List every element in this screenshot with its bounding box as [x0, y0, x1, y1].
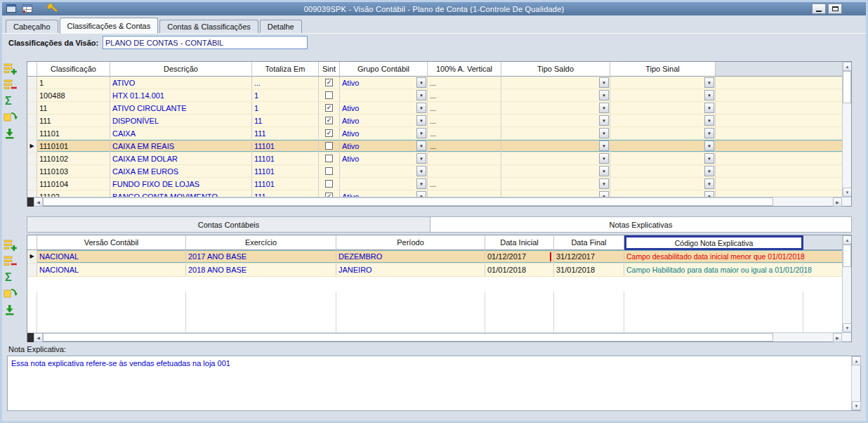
- cell-tipo-sinal[interactable]: ▼: [610, 77, 716, 89]
- cell-tipo-saldo[interactable]: ▼: [501, 178, 610, 190]
- dropdown-arrow-icon[interactable]: ▼: [704, 90, 714, 100]
- scroll-up-icon[interactable]: ▲: [843, 62, 851, 71]
- dropdown-arrow-icon[interactable]: ▼: [704, 153, 714, 164]
- cell-tipo-saldo[interactable]: ▼: [501, 127, 610, 139]
- dropdown-arrow-icon[interactable]: ▼: [416, 77, 426, 88]
- scrollbar-thumb[interactable]: [843, 245, 851, 267]
- tab-contas-classificacoes[interactable]: Contas & Classificações: [159, 20, 258, 33]
- scrollbar-thumb[interactable]: [843, 71, 851, 103]
- header-sint[interactable]: Sint: [319, 62, 340, 77]
- cell-tipo-sinal[interactable]: ▼: [610, 178, 716, 190]
- dropdown-arrow-icon[interactable]: ▼: [704, 178, 714, 189]
- scrollbar-thumb[interactable]: [43, 197, 773, 206]
- cell-tipo-saldo[interactable]: ▼: [501, 152, 610, 164]
- sum-icon[interactable]: Σ: [4, 94, 22, 108]
- header-descricao[interactable]: Descrição: [110, 62, 252, 77]
- cell-tipo-sinal[interactable]: ▼: [610, 102, 716, 114]
- cell-classificacao[interactable]: 11101: [37, 127, 110, 139]
- cell-totaliza-em[interactable]: 1: [252, 89, 319, 101]
- cell-a-vertical[interactable]: [428, 190, 501, 197]
- cell-data-inicial[interactable]: 01/12/2017: [485, 250, 554, 263]
- scroll-right-icon[interactable]: ▶: [833, 333, 842, 342]
- classification-table-row[interactable]: ▶ 11 ATIVO CIRCULANTE 1 Ativo▼ ... ▼ ▼: [27, 102, 842, 115]
- refresh-icon[interactable]: [4, 110, 22, 124]
- insert-record-icon[interactable]: [4, 238, 22, 252]
- sint-checkbox[interactable]: [325, 180, 333, 188]
- cell-sint[interactable]: [319, 140, 340, 152]
- dropdown-arrow-icon[interactable]: ▼: [704, 128, 714, 138]
- dropdown-arrow-icon[interactable]: ▼: [416, 191, 426, 197]
- sint-checkbox[interactable]: [325, 91, 333, 99]
- cell-totaliza-em[interactable]: 11101: [252, 152, 319, 164]
- cell-a-vertical[interactable]: [428, 152, 501, 164]
- cell-descricao[interactable]: HTX 01.14.001: [110, 89, 252, 101]
- cell-classificacao[interactable]: 11102: [37, 190, 110, 197]
- dropdown-arrow-icon[interactable]: ▼: [599, 77, 609, 88]
- cell-tipo-sinal[interactable]: ▼: [610, 140, 716, 152]
- cell-grupo-contabil[interactable]: ▼: [340, 178, 428, 190]
- dropdown-arrow-icon[interactable]: ▼: [599, 178, 609, 189]
- grid1-vertical-scrollbar[interactable]: ▲ ▼: [842, 62, 851, 197]
- nota-explicativa-textarea[interactable]: Essa nota explicativa refere-se às venda…: [7, 356, 861, 411]
- window-app-icon[interactable]: [6, 4, 16, 14]
- cell-a-vertical[interactable]: ...: [428, 115, 501, 126]
- sint-checkbox[interactable]: [325, 129, 333, 137]
- cell-classificacao[interactable]: 1110102: [37, 152, 110, 164]
- refresh-icon[interactable]: [4, 287, 22, 301]
- grid2-vertical-scrollbar[interactable]: ▲ ▼: [842, 235, 851, 332]
- header-grupo-contabil[interactable]: Grupo Contábil: [340, 62, 428, 77]
- cell-grupo-contabil[interactable]: Ativo▼: [340, 127, 428, 139]
- cell-totaliza-em[interactable]: 111: [252, 190, 319, 197]
- dropdown-arrow-icon[interactable]: ▼: [416, 90, 426, 100]
- nota-vertical-scrollbar[interactable]: ▲ ▼: [851, 356, 860, 410]
- dropdown-arrow-icon[interactable]: ▼: [599, 166, 609, 176]
- header-tipo-saldo[interactable]: Tipo Saldo: [501, 62, 610, 77]
- dropdown-arrow-icon[interactable]: ▼: [416, 103, 426, 113]
- dropdown-arrow-icon[interactable]: ▼: [416, 128, 426, 138]
- dropdown-arrow-icon[interactable]: ▼: [704, 77, 714, 88]
- nota-table-row[interactable]: ▶ NACIONAL 2017 ANO BASE DEZEMBRO 01/12/…: [27, 250, 842, 263]
- cell-sint[interactable]: [319, 165, 340, 177]
- cell-tipo-sinal[interactable]: ▼: [610, 165, 716, 177]
- dropdown-arrow-icon[interactable]: ▼: [416, 166, 426, 176]
- scrollbar-thumb[interactable]: [43, 333, 773, 341]
- scroll-up-icon[interactable]: ▲: [852, 356, 861, 365]
- sint-checkbox[interactable]: [325, 117, 333, 124]
- cell-sint[interactable]: [319, 127, 340, 139]
- cell-tipo-saldo[interactable]: ▼: [501, 190, 610, 197]
- tab-detalhe[interactable]: Detalhe: [260, 20, 302, 33]
- header-classificacao[interactable]: Classificação: [37, 62, 110, 77]
- delete-record-icon[interactable]: [4, 78, 22, 92]
- cell-tipo-saldo[interactable]: ▼: [501, 140, 610, 152]
- sint-checkbox[interactable]: [325, 142, 333, 150]
- cell-grupo-contabil[interactable]: Ativo▼: [340, 102, 428, 114]
- cell-descricao[interactable]: BANCO CONTA MOVIMENTO: [110, 190, 252, 197]
- tab-cabecalho[interactable]: Cabeçalho: [6, 20, 58, 33]
- header-codigo-nota-explicativa[interactable]: Código Nota Explicativa: [624, 235, 803, 250]
- dropdown-arrow-icon[interactable]: ▼: [416, 178, 426, 189]
- delete-record-icon[interactable]: [4, 254, 22, 268]
- sint-checkbox[interactable]: [325, 79, 333, 86]
- scroll-right-icon[interactable]: ▶: [833, 197, 842, 207]
- cell-grupo-contabil[interactable]: ▼: [340, 165, 428, 177]
- wrench-icon[interactable]: [47, 4, 58, 14]
- tab-classificacoes-contas[interactable]: Classificações & Contas: [60, 18, 159, 34]
- cell-a-vertical[interactable]: ...: [428, 127, 501, 139]
- cell-classificacao[interactable]: 1110104: [37, 178, 110, 190]
- cell-totaliza-em[interactable]: 11101: [252, 165, 319, 177]
- vision-input[interactable]: [103, 36, 308, 49]
- cell-sint[interactable]: [319, 89, 340, 101]
- tab-contas-contabeis[interactable]: Contas Contábeis: [27, 216, 430, 233]
- cell-totaliza-em[interactable]: 11101: [252, 178, 319, 190]
- nota-table-row[interactable]: ▶ NACIONAL 2018 ANO BASE JANEIRO 01/01/2…: [27, 263, 842, 277]
- insert-record-icon[interactable]: [4, 62, 22, 76]
- cell-a-vertical[interactable]: ...: [428, 77, 501, 89]
- header-a-vertical[interactable]: 100% A. Vertical: [428, 62, 501, 77]
- cell-tipo-sinal[interactable]: ▼: [610, 115, 716, 126]
- cell-grupo-contabil[interactable]: ▼: [340, 89, 428, 101]
- cell-totaliza-em[interactable]: 11: [252, 115, 319, 126]
- cell-tipo-saldo[interactable]: ▼: [501, 89, 610, 101]
- scroll-down-icon[interactable]: ▼: [852, 401, 861, 410]
- cell-classificacao[interactable]: 1110103: [37, 165, 110, 177]
- header-tipo-sinal[interactable]: Tipo Sinal: [610, 62, 716, 77]
